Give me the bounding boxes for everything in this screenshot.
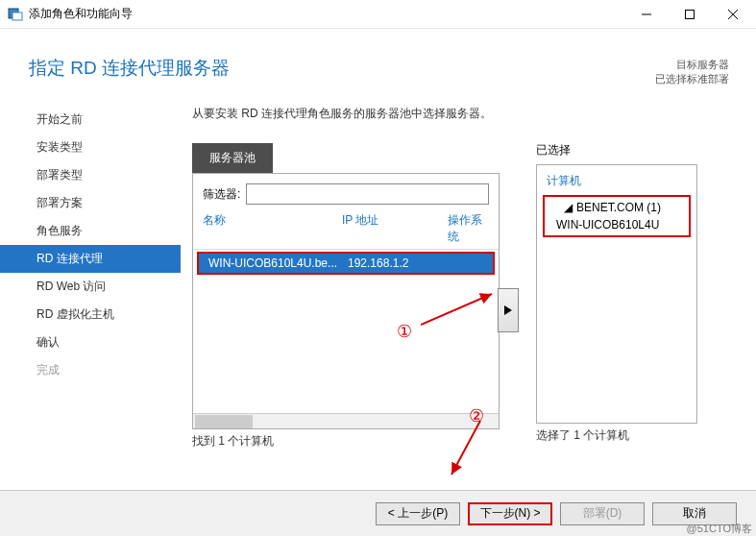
selected-footer: 选择了 1 个计算机 — [536, 427, 697, 444]
next-button[interactable]: 下一步(N) > — [468, 502, 552, 525]
selected-box: 计算机 ◢BENET.COM (1) WIN-UICOB610L4U — [536, 164, 697, 424]
page-header: 指定 RD 连接代理服务器 目标服务器 已选择标准部署 — [0, 29, 756, 98]
titlebar: 添加角色和功能向导 — [0, 0, 756, 29]
wizard-footer: < 上一步(P) 下一步(N) > 部署(D) 取消 — [0, 490, 756, 536]
selected-section: 已选择 计算机 ◢BENET.COM (1) WIN-UICOB610L4U 选… — [536, 142, 697, 444]
pool-columns: 名称 IP 地址 操作系统 — [193, 210, 499, 250]
instruction-text: 从要安装 RD 连接代理角色服务的服务器池中选择服务器。 — [192, 106, 746, 122]
sidebar-item-rd-broker[interactable]: RD 连接代理 — [0, 245, 181, 273]
filter-label: 筛选器: — [203, 186, 240, 203]
svg-rect-3 — [685, 10, 694, 18]
sidebar-item-rd-web[interactable]: RD Web 访问 — [0, 273, 181, 301]
filter-input[interactable] — [246, 183, 489, 205]
window-controls — [624, 0, 754, 28]
server-pool-tab[interactable]: 服务器池 — [192, 143, 273, 173]
horizontal-scrollbar[interactable] — [193, 413, 499, 428]
sidebar-item-before-start[interactable]: 开始之前 — [0, 106, 181, 134]
sidebar-item-install-type[interactable]: 安装类型 — [0, 134, 181, 161]
selected-header: 计算机 — [537, 165, 696, 193]
selected-items[interactable]: ◢BENET.COM (1) WIN-UICOB610L4U — [543, 195, 691, 237]
page-title: 指定 RD 连接代理服务器 — [29, 56, 655, 81]
sidebar-item-confirm[interactable]: 确认 — [0, 329, 181, 356]
minimize-button[interactable] — [624, 0, 668, 28]
col-os[interactable]: 操作系统 — [448, 212, 489, 245]
sidebar-item-deploy-scenario[interactable]: 部署方案 — [0, 189, 181, 217]
main-panel: 从要安装 RD 连接代理角色服务的服务器池中选择服务器。 服务器池 筛选器: 名… — [181, 98, 746, 450]
svg-marker-6 — [504, 305, 512, 315]
app-icon — [8, 7, 23, 22]
col-ip[interactable]: IP 地址 — [342, 212, 448, 245]
sidebar-item-deploy-type[interactable]: 部署类型 — [0, 161, 181, 189]
maximize-button[interactable] — [668, 0, 711, 28]
watermark: @51CTO博客 — [687, 522, 752, 536]
wizard-steps-sidebar: 开始之前 安装类型 部署类型 部署方案 角色服务 RD 连接代理 RD Web … — [0, 98, 181, 450]
row-ip: 192.168.1.2 — [348, 256, 453, 270]
deploy-button: 部署(D) — [560, 502, 645, 525]
table-row[interactable]: WIN-UICOB610L4U.be... 192.168.1.2 — [197, 252, 495, 275]
sidebar-item-role-services[interactable]: 角色服务 — [0, 217, 181, 245]
svg-rect-1 — [12, 12, 22, 20]
add-server-button[interactable] — [498, 288, 519, 332]
close-button[interactable] — [711, 0, 754, 28]
sidebar-item-finish: 完成 — [0, 356, 181, 384]
pool-rows: WIN-UICOB610L4U.be... 192.168.1.2 — [193, 250, 499, 413]
prev-button[interactable]: < 上一步(P) — [376, 502, 460, 525]
row-name: WIN-UICOB610L4U.be... — [208, 256, 348, 270]
server-pool-box: 筛选器: 名称 IP 地址 操作系统 WIN-UICOB610L4U.be...… — [192, 173, 500, 429]
selected-host: WIN-UICOB610L4U — [552, 218, 681, 231]
selected-label: 已选择 — [536, 142, 697, 158]
sidebar-item-rd-virtualization[interactable]: RD 虚拟化主机 — [0, 301, 181, 329]
target-label: 目标服务器 — [655, 58, 729, 72]
col-name[interactable]: 名称 — [203, 212, 342, 245]
selected-domain: ◢BENET.COM (1) — [552, 201, 681, 214]
found-count: 找到 1 个计算机 — [192, 433, 500, 450]
expand-icon: ◢ — [564, 201, 573, 214]
target-value: 已选择标准部署 — [655, 72, 729, 86]
server-pool-section: 服务器池 筛选器: 名称 IP 地址 操作系统 WIN-UICOB610L4U.… — [192, 143, 500, 450]
window-title: 添加角色和功能向导 — [29, 6, 624, 22]
target-server-info: 目标服务器 已选择标准部署 — [655, 58, 729, 86]
